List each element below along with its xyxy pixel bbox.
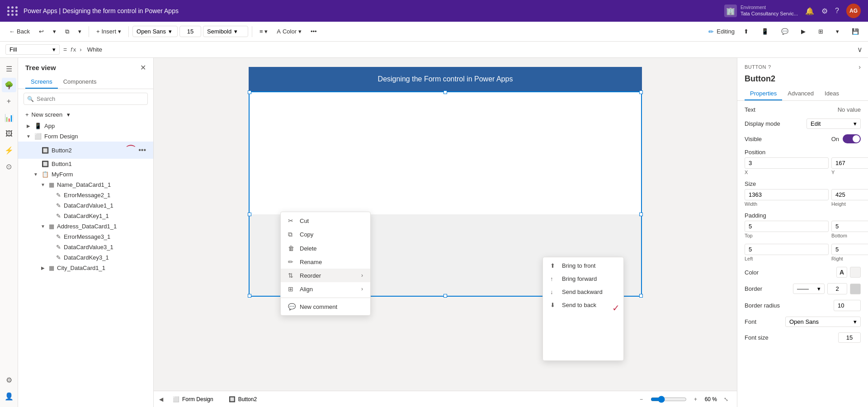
insert-button[interactable]: + Insert ▾ — [93, 26, 125, 37]
avatar[interactable]: AG — [846, 4, 861, 18]
border-radius-input[interactable] — [834, 300, 861, 311]
tree-item-myform[interactable]: ▼ 📋 MyForm — [18, 169, 153, 180]
font-weight-dropdown[interactable]: Semibold ▾ — [203, 26, 248, 37]
position-x-input[interactable] — [745, 157, 829, 169]
data-icon[interactable]: 📊 — [2, 110, 16, 125]
canvas-scroll[interactable]: Designing the Form control in Power Apps — [154, 58, 737, 391]
ctx-new-comment[interactable]: 💬 New comment — [281, 300, 370, 313]
save-button[interactable]: 💾 — [848, 26, 863, 37]
handle-tl[interactable] — [248, 90, 251, 94]
tab-ideas[interactable]: Ideas — [819, 87, 844, 100]
view-button[interactable]: ⊞ — [815, 26, 827, 37]
handle-bl[interactable] — [248, 294, 251, 298]
tab-advanced[interactable]: Advanced — [782, 87, 819, 100]
waffle-icon[interactable] — [7, 6, 18, 16]
tab-components[interactable]: Components — [58, 76, 102, 89]
canvas-tab-form-design[interactable]: ⬜ Form Design — [167, 394, 219, 405]
font-family-dropdown[interactable]: Open Sans ▾ — [132, 26, 178, 37]
tree-item-form-design-group[interactable]: ▼ ⬜ Form Design — [18, 131, 153, 142]
screens-dropdown[interactable]: ▾ — [75, 26, 85, 37]
font-size-input[interactable] — [838, 332, 861, 343]
submenu-send-to-back[interactable]: ⬇ Send to back ✓ — [543, 298, 623, 312]
size-height-input[interactable] — [831, 189, 868, 200]
tree-item-datacardvalue3[interactable]: ✎ DataCardValue3_1 — [18, 242, 153, 252]
ctx-align[interactable]: ⊞ Align › — [281, 282, 370, 296]
help-icon[interactable]: ? — [835, 7, 839, 15]
color-button[interactable]: A Color ▾ — [273, 26, 305, 37]
scroll-left-icon[interactable]: ◀ — [159, 396, 163, 402]
tree-item-errormsg2[interactable]: ✎ ErrorMessage2_1 — [18, 190, 153, 200]
zoom-out-button[interactable]: − — [636, 394, 647, 405]
align-button[interactable]: ≡ ▾ — [256, 26, 271, 37]
border-color-swatch[interactable] — [850, 284, 861, 294]
tree-item-city-datacard[interactable]: ▶ ▦ City_DataCard1_1 — [18, 263, 153, 273]
display-mode-select[interactable]: Edit ▾ — [807, 118, 861, 129]
property-dropdown[interactable]: Fill ▾ — [5, 44, 60, 55]
handle-tc[interactable] — [443, 90, 447, 94]
panel-expand-icon[interactable]: › — [859, 63, 861, 71]
color-a-button[interactable]: A — [836, 267, 847, 278]
back-button[interactable]: ← Back — [5, 26, 33, 37]
notification-icon[interactable]: 🔔 — [805, 7, 814, 15]
tree-item-name-datacard[interactable]: ▼ ▦ Name_DataCard1_1 — [18, 180, 153, 190]
item-menu-button[interactable]: ••• — [138, 146, 146, 154]
sidebar-toggle-icon[interactable]: ☰ — [2, 62, 16, 76]
zoom-fit-button[interactable]: ⤡ — [721, 394, 731, 405]
handle-mr[interactable] — [639, 213, 643, 216]
tab-screens[interactable]: Screens — [25, 76, 58, 89]
formula-expand-icon[interactable]: ∨ — [857, 45, 863, 54]
padding-top-input[interactable] — [745, 221, 829, 232]
tree-item-datacardvalue1[interactable]: ✎ DataCardValue1_1 — [18, 200, 153, 211]
comment-button[interactable]: 💬 — [778, 26, 792, 37]
ctx-rename[interactable]: ✏ Rename — [281, 255, 370, 269]
position-y-input[interactable] — [831, 157, 868, 169]
account-icon[interactable]: 👤 — [2, 389, 16, 403]
submenu-bring-to-front[interactable]: ⬆ Bring to front — [543, 259, 623, 272]
environment-selector[interactable]: 🏢 Environment Tata Consultancy Servic... — [724, 5, 798, 17]
ctx-reorder[interactable]: ⇅ Reorder › — [281, 269, 370, 282]
handle-ml[interactable] — [248, 213, 251, 216]
undo-button[interactable]: ↩ — [35, 26, 47, 37]
size-width-input[interactable] — [745, 189, 829, 200]
tab-properties[interactable]: Properties — [745, 87, 782, 100]
tree-item-button2[interactable]: 🔲 Button2 ⌒ ••• — [18, 142, 153, 159]
ctx-delete[interactable]: 🗑 Delete — [281, 241, 370, 255]
undo-dropdown[interactable]: ▾ — [49, 26, 60, 37]
font-size-input[interactable]: 15 — [179, 26, 201, 37]
copy-screen-button[interactable]: ⧉ — [61, 26, 73, 37]
view-dropdown[interactable]: ▾ — [832, 26, 843, 37]
padding-right-input[interactable] — [831, 244, 868, 255]
new-screen-button[interactable]: + New screen ▾ — [18, 109, 153, 121]
font-select[interactable]: Open Sans ▾ — [785, 317, 861, 327]
zoom-in-button[interactable]: + — [690, 394, 701, 405]
submenu-bring-forward[interactable]: ↑ Bring forward — [543, 272, 623, 285]
handle-tr[interactable] — [639, 90, 643, 94]
question-icon[interactable]: ? — [768, 64, 771, 70]
submenu-send-backward[interactable]: ↓ Send backward — [543, 285, 623, 298]
insert-icon[interactable]: + — [2, 94, 16, 109]
border-width-input[interactable] — [827, 283, 847, 294]
tree-item-button1[interactable]: 🔲 Button1 — [18, 159, 153, 169]
power-automate-icon[interactable]: ⚡ — [2, 143, 16, 157]
search-input[interactable] — [24, 93, 148, 105]
border-style-select[interactable]: —— ▾ — [793, 284, 825, 294]
tree-item-errormsg3[interactable]: ✎ ErrorMessage3_1 — [18, 232, 153, 242]
tree-close-button[interactable]: ✕ — [140, 63, 146, 72]
share-button[interactable]: ⬆ — [740, 26, 752, 37]
tree-view-icon[interactable]: 🌳 — [2, 78, 16, 92]
formula-input[interactable] — [85, 45, 854, 54]
color-swatch[interactable] — [850, 267, 861, 278]
settings-icon[interactable]: ⚙ — [821, 7, 828, 15]
ctx-copy[interactable]: ⧉ Copy — [281, 227, 370, 241]
zoom-slider[interactable] — [651, 396, 687, 403]
play-button[interactable]: ▶ — [797, 26, 809, 37]
padding-left-input[interactable] — [745, 244, 829, 255]
padding-bottom-input[interactable] — [831, 221, 868, 232]
variables-icon[interactable]: ⊙ — [2, 159, 16, 174]
phone-button[interactable]: 📱 — [758, 26, 772, 37]
tree-item-datacardkey3[interactable]: ✎ DataCardKey3_1 — [18, 252, 153, 263]
canvas-tab-button2[interactable]: 🔲 Button2 — [223, 394, 263, 405]
ctx-cut[interactable]: ✂ Cut — [281, 214, 370, 227]
editing-button[interactable]: ✏ Editing — [708, 28, 735, 35]
media-icon[interactable]: 🖼 — [2, 127, 16, 141]
